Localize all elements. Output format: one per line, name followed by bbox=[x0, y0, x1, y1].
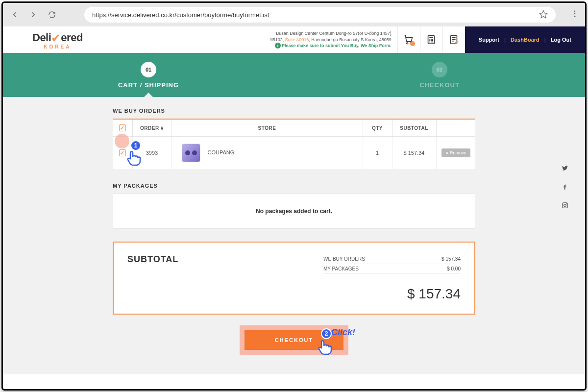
col-qty: QTY bbox=[363, 119, 392, 137]
step-checkout[interactable]: 02 CHECKOUT bbox=[294, 53, 585, 97]
svg-point-3 bbox=[407, 43, 408, 44]
select-all-checkbox[interactable] bbox=[119, 124, 126, 131]
back-button[interactable] bbox=[9, 9, 21, 21]
grand-total: $ 157.34 bbox=[127, 281, 461, 302]
annotation-marker-1: 1 bbox=[123, 140, 143, 168]
logo-check-icon: ✔ bbox=[51, 31, 61, 45]
checkout-steps: 01 CART / SHIPPING 02 CHECKOUT bbox=[3, 53, 585, 97]
step1-number: 01 bbox=[141, 62, 156, 77]
instagram-icon[interactable] bbox=[562, 202, 568, 211]
remove-button[interactable]: Remove bbox=[441, 148, 470, 157]
form-icon[interactable] bbox=[442, 26, 465, 53]
twitter-icon[interactable] bbox=[562, 165, 568, 173]
step1-label: CART / SHIPPING bbox=[118, 81, 179, 89]
reload-button[interactable] bbox=[46, 9, 58, 21]
col-order: ORDER # bbox=[132, 119, 172, 137]
site-header: Deli✔ered KOREA Busan Design Center Cent… bbox=[3, 26, 585, 53]
info-icon: i bbox=[275, 43, 281, 49]
step2-label: CHECKOUT bbox=[419, 81, 460, 89]
nav-dashboard[interactable]: DashBoard bbox=[511, 37, 539, 43]
cart-badge bbox=[410, 41, 415, 46]
browser-menu-icon[interactable] bbox=[570, 9, 579, 20]
header-address: Busan Design Center Centum Dong-ro 57(or… bbox=[270, 30, 397, 49]
facebook-icon[interactable] bbox=[562, 183, 568, 192]
cell-store: COUPANG bbox=[172, 137, 363, 170]
nav-support[interactable]: Support bbox=[479, 37, 499, 43]
packages-empty: No packages added to cart. bbox=[113, 194, 475, 229]
step-cart-shipping[interactable]: 01 CART / SHIPPING bbox=[3, 53, 294, 97]
svg-point-9 bbox=[566, 203, 567, 204]
top-nav: Support | DashBoard | Log Out bbox=[465, 26, 585, 53]
we-buy-orders-title: WE BUY ORDERS bbox=[113, 108, 475, 114]
product-thumbnail bbox=[182, 144, 200, 162]
cell-qty: 1 bbox=[363, 137, 392, 170]
calculator-icon[interactable] bbox=[420, 26, 442, 53]
subtotal-label: SUBTOTAL bbox=[127, 254, 178, 265]
annotation-marker-2: 2 Click! bbox=[318, 328, 334, 357]
forward-button[interactable] bbox=[27, 9, 39, 21]
address-line1: Busan Design Center Centum Dong-ro 57(or… bbox=[270, 30, 392, 37]
table-row: 3993 COUPANG 1 $ 157.34 Remove bbox=[113, 137, 475, 170]
col-store: STORE bbox=[172, 119, 363, 137]
bookmark-star-icon[interactable] bbox=[539, 10, 548, 20]
cell-subtotal: $ 157.34 bbox=[392, 137, 436, 170]
svg-point-0 bbox=[574, 10, 576, 12]
url-bar[interactable]: https://service.delivered.co.kr/customer… bbox=[84, 7, 556, 23]
cart-icon[interactable] bbox=[397, 26, 420, 53]
click-label: Click! bbox=[331, 327, 355, 338]
my-packages-title: MY PACKAGES bbox=[113, 183, 475, 189]
browser-toolbar: https://service.delivered.co.kr/customer… bbox=[3, 3, 585, 26]
subtotal-box: SUBTOTAL WE BUY ORDERS$ 157.34 MY PACKAG… bbox=[113, 242, 475, 315]
social-sidebar bbox=[562, 165, 568, 211]
svg-point-1 bbox=[574, 13, 576, 15]
nav-logout[interactable]: Log Out bbox=[551, 37, 571, 43]
main-content: WE BUY ORDERS ORDER # STORE QTY SUBTOTAL bbox=[3, 97, 585, 374]
svg-point-2 bbox=[574, 16, 576, 17]
logo-text-right: ered bbox=[61, 31, 82, 44]
svg-rect-5 bbox=[428, 36, 435, 44]
url-text: https://service.delivered.co.kr/customer… bbox=[92, 11, 269, 19]
col-subtotal: SUBTOTAL bbox=[392, 119, 436, 137]
svg-point-8 bbox=[564, 204, 566, 207]
step2-number: 02 bbox=[432, 62, 447, 77]
orders-table: ORDER # STORE QTY SUBTOTAL bbox=[113, 119, 475, 169]
site-logo[interactable]: Deli✔ered KOREA bbox=[32, 30, 83, 49]
logo-text-left: Deli bbox=[32, 31, 51, 44]
